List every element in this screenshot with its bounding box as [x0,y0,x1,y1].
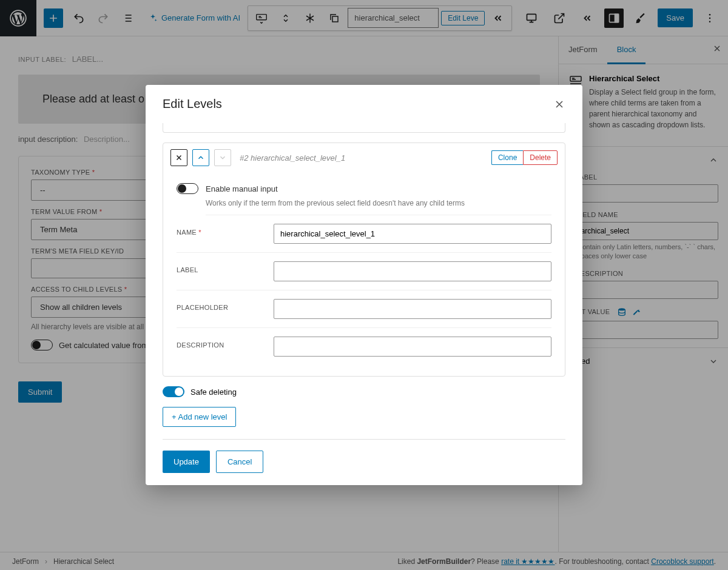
level-placeholder-input[interactable] [274,299,551,319]
close-icon [553,98,565,110]
level-placeholder-row: PLACEHOLDER [177,290,551,328]
close-icon [175,153,183,162]
manual-input-row: Enable manual input [177,176,551,198]
safe-deleting-row: Safe deleting [163,386,565,397]
level-card-header: #2 hierarchical_select_level_1 Clone Del… [163,143,565,172]
safe-deleting-toggle[interactable] [163,386,184,397]
modal-close-button[interactable] [553,98,565,110]
level-move-down-button [214,149,231,166]
level-move-up-button[interactable] [192,149,209,166]
manual-input-help: Works only if the term from the previous… [206,199,551,215]
level-remove-button[interactable] [170,149,187,166]
level-body: Enable manual input Works only if the te… [163,172,565,376]
level-description-input[interactable] [274,337,551,357]
level-description-row: DESCRIPTION [177,328,551,365]
level-card: #2 hierarchical_select_level_1 Clone Del… [163,142,565,377]
modal-overlay[interactable]: Edit Levels #2 hierarchical_select_level… [0,0,728,570]
modal-header: Edit Levels [146,85,582,123]
level-label-label: LABEL [177,261,261,273]
modal-actions: Update Cancel [163,439,565,473]
modal-footer: Safe deleting + Add new level Update Can… [146,386,582,485]
modal-body: #2 hierarchical_select_level_1 Clone Del… [146,123,582,386]
level-actions: Clone Delete [491,150,558,165]
level-description-label: DESCRIPTION [177,337,261,349]
level-id-label: #2 hierarchical_select_level_1 [240,153,345,163]
safe-deleting-label: Safe deleting [190,387,237,397]
level-clone-button[interactable]: Clone [491,150,523,165]
manual-input-label: Enable manual input [206,184,278,193]
level-name-input[interactable] [274,224,551,244]
level-name-label: NAME * [177,224,261,236]
chevron-down-icon [218,153,227,162]
cancel-button[interactable]: Cancel [216,451,263,473]
level-delete-button[interactable]: Delete [523,150,558,165]
modal-title: Edit Levels [163,97,222,111]
add-new-level-button[interactable]: + Add new level [163,407,236,427]
manual-input-toggle[interactable] [177,183,198,194]
previous-level-card-edge [163,123,565,133]
level-placeholder-label: PLACEHOLDER [177,299,261,311]
chevron-up-icon [197,153,205,162]
level-label-input[interactable] [274,261,551,281]
edit-levels-modal: Edit Levels #2 hierarchical_select_level… [146,85,582,485]
level-name-row: NAME * [177,215,551,253]
level-label-row: LABEL [177,253,551,290]
update-button[interactable]: Update [163,451,210,473]
